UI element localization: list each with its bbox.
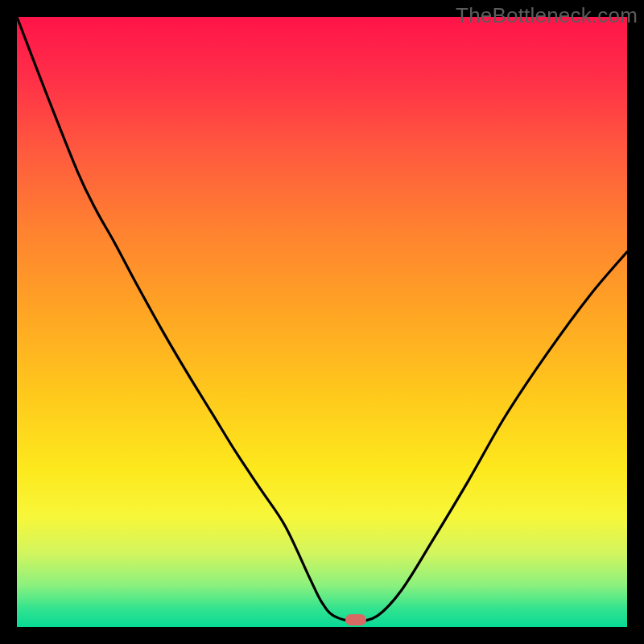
- chart-frame: TheBottleneck.com: [0, 0, 644, 644]
- minimum-marker-icon: [345, 614, 366, 625]
- watermark-text: TheBottleneck.com: [456, 3, 638, 28]
- bottleneck-curve: [17, 17, 627, 627]
